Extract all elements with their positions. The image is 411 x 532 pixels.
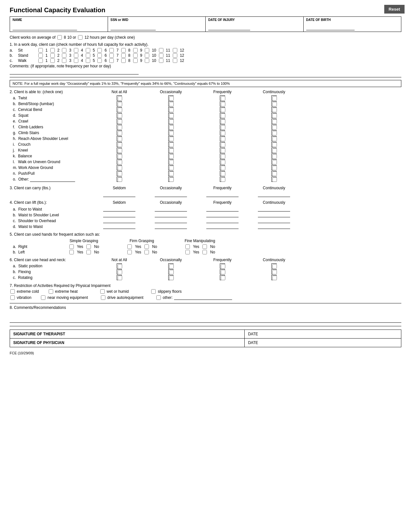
stand-6[interactable] [97, 53, 102, 58]
squat-occ-check[interactable] [169, 113, 174, 118]
cerv-cont-check[interactable] [272, 108, 277, 112]
left-firm-yes-check[interactable] [127, 250, 132, 254]
left-firm-no-check[interactable] [144, 250, 149, 254]
climbstairs-notall-check[interactable] [118, 131, 122, 135]
q4a-freq-input[interactable] [206, 207, 239, 212]
other-cont-check[interactable] [272, 177, 277, 182]
sit-10[interactable] [145, 48, 149, 53]
crawl-freq-check[interactable] [221, 119, 225, 124]
doi-input[interactable] [208, 25, 250, 30]
flexing-cont-check[interactable] [272, 270, 277, 274]
slippery-check[interactable] [151, 289, 156, 294]
walk-7[interactable] [109, 58, 114, 63]
q1-comments-input[interactable] [10, 70, 139, 74]
q3-freq-input[interactable] [206, 192, 239, 197]
crawl-cont-check[interactable] [272, 119, 277, 124]
q4c-cont-input[interactable] [258, 218, 290, 223]
balance-occ-check[interactable] [169, 154, 174, 159]
bend-occ-check[interactable] [169, 102, 174, 106]
rotating-freq-check[interactable] [221, 276, 225, 280]
static-notall-check[interactable] [118, 264, 122, 269]
sit-5[interactable] [86, 48, 90, 53]
bend-cont-check[interactable] [272, 102, 277, 106]
walk-6[interactable] [97, 58, 102, 63]
walk-2[interactable] [50, 58, 55, 63]
stand-2[interactable] [50, 53, 55, 58]
q4c-occ-input[interactable] [155, 218, 187, 223]
q4b-occ-input[interactable] [155, 212, 187, 217]
q3-occ-input[interactable] [155, 192, 187, 197]
other-notall-check[interactable] [118, 177, 122, 182]
workabove-notall-check[interactable] [118, 166, 122, 170]
sit-11[interactable] [159, 48, 163, 53]
stand-5[interactable] [86, 53, 90, 58]
client-works-12-check[interactable] [78, 35, 83, 40]
name-input[interactable] [13, 25, 77, 30]
cerv-freq-check[interactable] [221, 108, 225, 112]
cerv-occ-check[interactable] [169, 108, 174, 112]
left-simple-no-check[interactable] [86, 250, 91, 254]
crawl-occ-check[interactable] [169, 119, 174, 124]
extreme-cold-check[interactable] [10, 289, 15, 294]
walk-4[interactable] [74, 58, 78, 63]
squat-cont-check[interactable] [272, 113, 277, 118]
rotating-cont-check[interactable] [272, 276, 277, 280]
flexing-freq-check[interactable] [221, 270, 225, 274]
sit-1[interactable] [38, 48, 43, 53]
ssn-input[interactable] [111, 25, 156, 30]
reach-notall-check[interactable] [118, 137, 122, 141]
sit-3[interactable] [62, 48, 66, 53]
climbstairs-occ-check[interactable] [169, 131, 174, 135]
stand-3[interactable] [62, 53, 66, 58]
right-fine-yes-check[interactable] [185, 244, 190, 249]
pushpull-notall-check[interactable] [118, 172, 122, 176]
sit-4[interactable] [74, 48, 78, 53]
q2-other-input[interactable] [30, 177, 75, 182]
stand-1[interactable] [38, 53, 43, 58]
crouch-occ-check[interactable] [169, 143, 174, 147]
q3-seldom-input[interactable] [103, 192, 135, 197]
reset-button[interactable]: Reset [384, 5, 405, 14]
q4d-cont-input[interactable] [258, 224, 290, 229]
sit-12[interactable] [173, 48, 177, 53]
squat-freq-check[interactable] [221, 113, 225, 118]
near-moving-check[interactable] [41, 295, 45, 300]
right-firm-no-check[interactable] [144, 244, 149, 249]
walkuneven-cont-check[interactable] [272, 160, 277, 164]
q4d-freq-input[interactable] [206, 224, 239, 229]
drive-auto-check[interactable] [101, 295, 105, 300]
stand-12[interactable] [173, 53, 177, 58]
crouch-cont-check[interactable] [272, 143, 277, 147]
q4b-cont-input[interactable] [258, 212, 290, 217]
q4c-seldom-input[interactable] [103, 218, 135, 223]
walk-3[interactable] [62, 58, 66, 63]
sit-2[interactable] [50, 48, 55, 53]
q3-cont-input[interactable] [258, 192, 290, 197]
walkuneven-occ-check[interactable] [169, 160, 174, 164]
walk-12[interactable] [173, 58, 177, 63]
twist-notall-check[interactable] [118, 96, 122, 101]
sit-9[interactable] [133, 48, 138, 53]
right-fine-no-check[interactable] [202, 244, 207, 249]
right-firm-yes-check[interactable] [127, 244, 132, 249]
right-simple-no-check[interactable] [86, 244, 91, 249]
other-occ-check[interactable] [169, 177, 174, 182]
balance-cont-check[interactable] [272, 154, 277, 159]
q4a-cont-input[interactable] [258, 207, 290, 212]
balance-freq-check[interactable] [221, 154, 225, 159]
stand-4[interactable] [74, 53, 78, 58]
climbladders-occ-check[interactable] [169, 125, 174, 130]
climbladders-cont-check[interactable] [272, 125, 277, 130]
q4b-seldom-input[interactable] [103, 212, 135, 217]
climbstairs-cont-check[interactable] [272, 131, 277, 135]
stand-11[interactable] [159, 53, 163, 58]
walk-5[interactable] [86, 58, 90, 63]
twist-freq-check[interactable] [221, 96, 225, 101]
q2-twist-freq[interactable] [197, 95, 248, 101]
pushpull-occ-check[interactable] [169, 172, 174, 176]
climbladders-freq-check[interactable] [221, 125, 225, 130]
twist-occ-check[interactable] [169, 96, 174, 101]
left-fine-no-check[interactable] [202, 250, 207, 254]
dob-input[interactable] [306, 25, 355, 30]
q4a-seldom-input[interactable] [103, 207, 135, 212]
